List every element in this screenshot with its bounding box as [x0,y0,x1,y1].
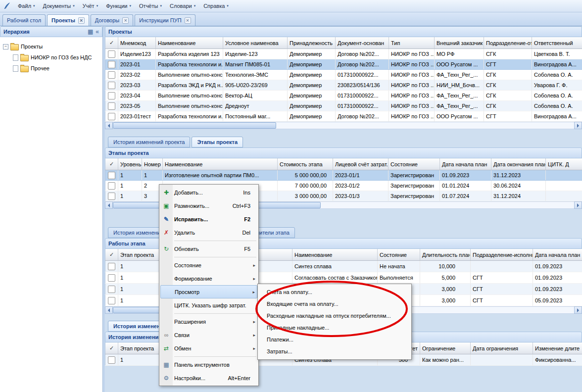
column-header[interactable]: Дата начала план [440,158,491,170]
row-checkbox[interactable] [108,50,115,58]
submenu-item[interactable]: Приходные накладные... [259,322,410,334]
scroll-right-arrow[interactable] [574,122,582,129]
column-header[interactable]: Мнемокод [118,37,156,49]
context-menu-item[interactable] [160,239,257,242]
close-icon[interactable]: × [185,17,191,24]
checkbox-cell[interactable] [105,354,118,366]
context-menu-item[interactable]: Расширения ▸ [160,315,257,328]
context-menu-item[interactable]: ЦИТК. Указать шифр затрат... [160,298,257,312]
table-row[interactable]: 2023-01 Разработка технологии и... Магни… [105,59,582,70]
column-header[interactable]: Тип [389,37,435,49]
context-menu-item[interactable]: Просмотр ▸ [160,285,257,298]
row-checkbox[interactable] [108,102,115,110]
column-header[interactable]: Состояние [388,158,440,170]
collapse-panel-icon[interactable]: « [96,29,99,35]
checkbox-cell[interactable] [105,284,118,295]
checkbox-cell[interactable] [105,295,118,306]
row-checkbox[interactable] [108,193,115,200]
column-header[interactable]: Дата начала план [533,249,582,261]
select-all-header[interactable]: ✓ [105,37,118,49]
select-all-header[interactable]: ✓ [105,249,118,261]
column-header[interactable]: Наименование [292,249,378,261]
column-header[interactable]: Условное наименова [223,37,288,49]
column-header[interactable]: Стоимость этапа [278,158,333,170]
checkbox-cell[interactable] [105,49,118,59]
checkbox-cell[interactable] [105,111,118,122]
checkbox-cell[interactable] [105,181,118,191]
column-header[interactable]: ЦИТК. Д [546,158,582,170]
tree-node[interactable]: Прочее [3,63,100,74]
column-header[interactable]: Ограничение [420,343,471,354]
row-checkbox[interactable] [108,286,115,293]
row-checkbox[interactable] [108,172,115,179]
context-menu-item[interactable]: ✗ Удалить Del [160,226,257,239]
main-tab[interactable]: Рабочий стол × [2,14,46,26]
row-checkbox[interactable] [108,356,115,364]
submenu-item[interactable]: Расходные накладные на отпуск потребител… [259,310,410,322]
row-checkbox[interactable] [108,263,115,270]
row-checkbox[interactable] [108,61,115,68]
table-row[interactable]: 2023-02 Выполнение опытно-конс... Технол… [105,70,582,80]
context-menu-item[interactable]: Формирование ▸ [160,272,257,285]
context-menu-item[interactable]: ✚ Добавить... Ins [160,186,257,199]
row-checkbox[interactable] [108,92,115,99]
column-header[interactable]: Длительность план▼ [420,249,471,261]
checkbox-cell[interactable] [105,91,118,101]
column-header[interactable]: Дата окончания план [491,158,546,170]
context-menu-item[interactable]: Состояние ▸ [160,258,257,272]
column-header[interactable]: Номер [142,158,163,170]
context-menu-item[interactable]: ▦ Панель инструментов [160,358,257,371]
row-checkbox[interactable] [108,182,115,190]
context-menu-item[interactable] [160,355,257,358]
tree-node[interactable]: НИОКР по ГОЗ без НДС [3,52,100,63]
context-menu-item[interactable]: ⚙ Настройки... Alt+Enter [160,371,257,385]
grid-filter-icon[interactable]: ▦ [88,29,93,35]
menubar-item[interactable]: Документы ▾ [39,1,79,10]
horizontal-scrollbar[interactable] [105,122,582,129]
context-menu-item[interactable] [160,312,257,315]
menubar-item[interactable]: Функции ▾ [102,1,135,10]
submenu-item[interactable]: Затраты... [259,345,410,357]
scroll-thumb[interactable] [113,122,276,129]
scroll-right-arrow[interactable] [574,306,582,314]
tree-node-root[interactable]: − Проекты [3,41,100,52]
submenu-item[interactable]: Платежи... [259,334,410,345]
column-header[interactable]: Лицевой счёт затрат. [333,158,388,170]
collapse-expander-icon[interactable]: − [3,44,8,49]
main-tab[interactable]: Проекты × [47,14,89,26]
main-tab[interactable]: Инструкции ПУП × [135,14,195,26]
table-row[interactable]: 2023-05 Выполнение опытно-конс... Дредно… [105,101,582,111]
main-tab[interactable]: Договоры × [91,14,133,26]
close-icon[interactable]: × [122,17,129,24]
column-header[interactable]: Наименование [163,158,278,170]
scroll-track[interactable] [113,122,574,129]
submenu-item[interactable]: Счета на оплату... [259,286,410,298]
column-header[interactable]: Уровень [118,158,142,170]
checkbox-cell[interactable] [105,191,118,201]
subtab[interactable]: Этапы проекта [192,137,243,147]
scroll-left-arrow[interactable] [105,306,113,314]
menubar-item[interactable]: Учёт ▾ [79,1,102,10]
menubar-item[interactable]: Справка ▾ [199,1,233,10]
row-checkbox[interactable] [108,297,115,304]
checkbox-cell[interactable] [105,70,118,80]
column-header[interactable]: Подразделение-исполнитель.. [471,249,533,261]
checkbox-cell[interactable] [105,59,118,70]
context-menu-item[interactable]: ⇄ Обмен ▸ [160,342,257,355]
scroll-right-arrow[interactable] [574,201,582,209]
table-row[interactable]: 2023-01тест Разработка технологии и... П… [105,111,582,122]
column-header[interactable]: Документ-основан [336,37,389,49]
subtab[interactable]: История изменений проекта [108,137,190,147]
table-row[interactable]: 2023-04 Выполнение опытно-конс... Вектор… [105,91,582,101]
select-all-header[interactable]: ✓ [105,343,118,354]
column-header[interactable]: Принадлежность [288,37,336,49]
submenu-item[interactable]: Входящие счета на оплату... [259,298,410,310]
column-header[interactable]: Наименование [156,37,223,49]
checkbox-cell[interactable] [105,80,118,91]
select-all-header[interactable]: ✓ [105,158,118,170]
checkbox-cell[interactable] [105,170,118,181]
context-menu-item[interactable]: ↻ Обновить F5 [160,242,257,255]
checkbox-cell[interactable] [105,272,118,284]
column-header[interactable]: Состояние [378,249,420,261]
column-header[interactable]: Подразделение-от [484,37,532,49]
